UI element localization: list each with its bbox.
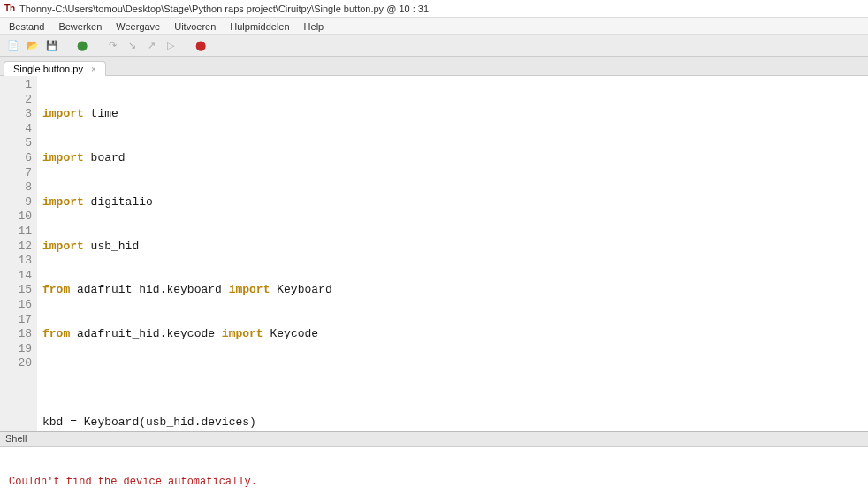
code-area[interactable]: import time import board import digitali…	[37, 76, 868, 431]
line-num: 16	[0, 298, 32, 313]
step-over-icon[interactable]: ↷	[104, 38, 120, 54]
titlebar: Th Thonny - C:\Users\tomou\Desktop\Stage…	[0, 0, 868, 18]
line-num: 13	[0, 254, 32, 269]
code-line: import time	[42, 107, 868, 122]
code-line: kbd = Keyboard(usb_hid.devices)	[42, 416, 868, 431]
app-icon: Th	[4, 3, 16, 15]
line-num: 15	[0, 283, 32, 298]
code-line: import board	[42, 151, 868, 166]
code-line	[42, 371, 868, 386]
line-num: 3	[0, 107, 32, 122]
menubar: Bestand Bewerken Weergave Uitvoeren Hulp…	[0, 18, 868, 35]
shell-tab[interactable]: Shell	[0, 431, 868, 447]
line-num: 9	[0, 195, 32, 210]
app-name: Thonny	[19, 4, 52, 14]
menu-run[interactable]: Uitvoeren	[167, 19, 223, 34]
line-num: 10	[0, 210, 32, 225]
new-file-icon[interactable]: 📄	[5, 38, 21, 54]
line-num: 14	[0, 269, 32, 284]
shell-output[interactable]: Couldn't find the device automatically. …	[0, 447, 868, 488]
line-num: 20	[0, 356, 32, 371]
resume-icon[interactable]: ▷	[163, 38, 179, 54]
line-num: 5	[0, 136, 32, 151]
line-num: 1	[0, 78, 32, 93]
menu-edit[interactable]: Bewerken	[51, 19, 109, 34]
code-line: import usb_hid	[42, 240, 868, 255]
menu-view[interactable]: Weergave	[109, 19, 167, 34]
line-num: 8	[0, 180, 32, 195]
code-line: from adafruit_hid.keyboard import Keyboa…	[42, 283, 868, 298]
open-file-icon[interactable]: 📂	[25, 38, 41, 54]
line-num: 6	[0, 151, 32, 166]
save-file-icon[interactable]: 💾	[44, 38, 60, 54]
tab-close-icon[interactable]: ×	[91, 65, 96, 74]
line-num: 18	[0, 327, 32, 342]
tabbar: Single button.py ×	[0, 57, 868, 76]
shell-label: Shell	[5, 433, 27, 444]
tab-label: Single button.py	[13, 64, 83, 74]
file-tab[interactable]: Single button.py ×	[4, 61, 106, 76]
line-num: 4	[0, 122, 32, 137]
line-num: 19	[0, 342, 32, 357]
line-num: 12	[0, 240, 32, 255]
toolbar: 📄 📂 💾 ⬤ ↷ ↘ ↗ ▷ ⬤	[0, 35, 868, 57]
menu-tools[interactable]: Hulpmiddelen	[223, 19, 296, 34]
line-num: 17	[0, 313, 32, 328]
line-num: 7	[0, 166, 32, 181]
line-num: 11	[0, 225, 32, 240]
step-into-icon[interactable]: ↘	[124, 38, 140, 54]
code-line: import digitalio	[42, 195, 868, 210]
stop-icon[interactable]: ⬤	[193, 38, 209, 54]
line-gutter: 1 2 3 4 5 6 7 8 9 10 11 12 13 14 15 16 1…	[0, 76, 37, 431]
shell-line: Couldn't find the device automatically.	[9, 476, 859, 488]
editor[interactable]: 1 2 3 4 5 6 7 8 9 10 11 12 13 14 15 16 1…	[0, 76, 868, 431]
file-path: C:\Users\tomou\Desktop\Stage\Python raps…	[55, 4, 429, 14]
menu-file[interactable]: Bestand	[2, 19, 51, 34]
line-num: 2	[0, 93, 32, 108]
code-line: from adafruit_hid.keycode import Keycode	[42, 327, 868, 342]
step-out-icon[interactable]: ↗	[143, 38, 159, 54]
menu-help[interactable]: Help	[297, 19, 331, 34]
run-icon[interactable]: ⬤	[74, 38, 90, 54]
